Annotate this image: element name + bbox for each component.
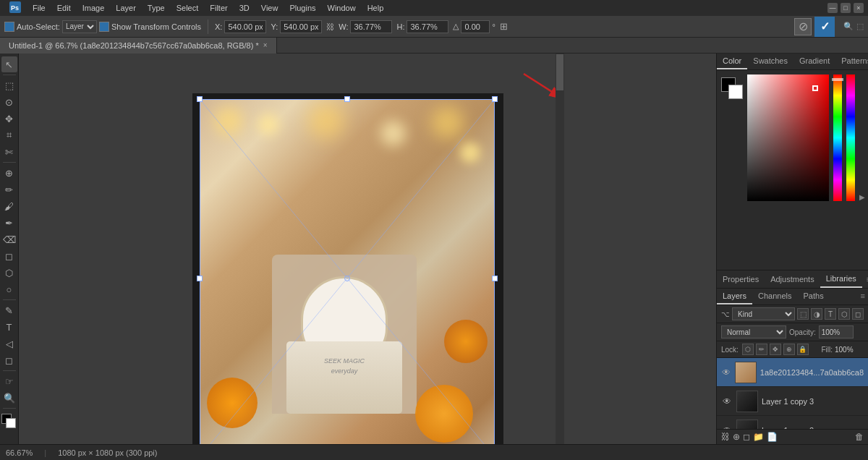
eraser-tool[interactable]: ⌫	[1, 231, 17, 247]
spectrum-bar[interactable]	[846, 74, 855, 201]
scroll-thumb[interactable]	[556, 54, 563, 90]
layers-panel-menu[interactable]: ≡	[858, 289, 868, 304]
lock-position[interactable]: ✥	[770, 344, 781, 355]
layer-item-copy2[interactable]: 👁 Layer 1 copy 2	[717, 416, 868, 429]
layer-item-copy3[interactable]: 👁 Layer 1 copy 3	[717, 387, 868, 416]
lock-artboard[interactable]: ⊕	[783, 344, 795, 355]
menu-file[interactable]: File	[27, 2, 51, 14]
tab-patterns[interactable]: Patterns	[835, 54, 868, 69]
eyedropper-tool[interactable]: ✄	[1, 144, 17, 160]
menu-plugins[interactable]: Plugins	[284, 2, 320, 14]
delete-layer-button[interactable]: 🗑	[855, 432, 864, 442]
history-brush-tool[interactable]: ✒	[1, 215, 17, 231]
filter-shape-icon[interactable]: ⬡	[838, 308, 850, 320]
zoom-tool[interactable]: 🔍	[1, 390, 17, 406]
add-mask-button[interactable]: ◻	[743, 432, 750, 442]
brush-tool[interactable]: ✏	[1, 182, 17, 197]
auto-select-checkbox[interactable]	[4, 22, 14, 32]
menu-help[interactable]: Help	[362, 2, 389, 14]
layer-item-main[interactable]: 👁 1a8e20123484...7a0abb6ca8	[717, 358, 868, 387]
vertical-scrollbar[interactable]	[556, 54, 564, 444]
color-swatches[interactable]	[1, 414, 17, 430]
lock-image-pixels[interactable]: ✏	[756, 344, 767, 355]
angle-input[interactable]	[461, 20, 490, 33]
filter-smart-icon[interactable]: ◻	[852, 308, 864, 320]
background-swatch[interactable]	[728, 85, 743, 99]
layer-visibility-copy3[interactable]: 👁	[721, 396, 733, 406]
search-icon[interactable]: 🔍	[843, 22, 854, 31]
hue-slider[interactable]	[833, 74, 842, 201]
clone-stamp-tool[interactable]: 🖌	[1, 198, 17, 214]
blend-mode-dropdown[interactable]: Normal	[721, 325, 786, 338]
sub-tab-paths[interactable]: Paths	[798, 289, 830, 304]
create-layer-button[interactable]: 📄	[767, 432, 778, 442]
w-input[interactable]	[350, 20, 392, 33]
x-input[interactable]	[224, 20, 266, 33]
lock-transparent-pixels[interactable]: ⬡	[742, 344, 754, 355]
menu-view[interactable]: View	[256, 2, 284, 14]
type-tool[interactable]: T	[1, 319, 17, 335]
menu-type[interactable]: Type	[142, 2, 170, 14]
document-tab[interactable]: Untitled-1 @ 66.7% (1a8e201234844b7c567c…	[0, 38, 277, 54]
menu-window[interactable]: Window	[323, 2, 361, 14]
filter-adjustment-icon[interactable]: ◑	[811, 308, 822, 320]
confirm-transform-button[interactable]: ✓	[814, 17, 835, 37]
create-group-button[interactable]: 📁	[753, 432, 764, 442]
filter-pixel-icon[interactable]: ⬚	[797, 308, 809, 320]
hand-tool[interactable]: ☞	[1, 373, 17, 389]
add-layer-style-button[interactable]: ⊕	[733, 432, 740, 442]
canvas-area[interactable]: SEEK MAGICeveryday	[19, 54, 716, 444]
handle-tl[interactable]	[197, 96, 203, 102]
expand-icon[interactable]: ▶	[859, 74, 864, 201]
handle-ml[interactable]	[197, 276, 203, 281]
tab-gradient[interactable]: Gradient	[793, 54, 835, 69]
layer-visibility-main[interactable]: 👁	[721, 367, 731, 378]
menu-edit[interactable]: Edit	[52, 2, 76, 14]
tab-swatches[interactable]: Swatches	[747, 54, 793, 69]
menu-filter[interactable]: Filter	[205, 2, 232, 14]
background-color[interactable]	[6, 418, 16, 428]
dodge-tool[interactable]: ○	[1, 281, 17, 297]
auto-select-dropdown[interactable]: Layer	[62, 20, 97, 33]
handle-center[interactable]	[344, 276, 350, 281]
kind-dropdown[interactable]: Kind	[732, 307, 795, 320]
panel-menu-button[interactable]: ≡	[862, 272, 868, 286]
shape-tool[interactable]: ◻	[1, 352, 17, 368]
lasso-tool[interactable]: ⊙	[1, 94, 17, 110]
tab-color[interactable]: Color	[717, 54, 747, 69]
opacity-input[interactable]	[819, 325, 854, 338]
selection-tool[interactable]: ⬚	[1, 77, 17, 93]
sub-tab-layers[interactable]: Layers	[717, 289, 752, 304]
cancel-transform-button[interactable]: ⊘	[794, 18, 812, 35]
pen-tool[interactable]: ✎	[1, 302, 17, 318]
tab-close[interactable]: ×	[263, 41, 268, 49]
menu-select[interactable]: Select	[171, 2, 204, 14]
handle-tm[interactable]	[344, 96, 350, 102]
menu-ps[interactable]: Ps	[4, 0, 26, 16]
menu-3d[interactable]: 3D	[234, 2, 255, 14]
y-input[interactable]	[280, 20, 322, 33]
color-picker-dot[interactable]	[812, 85, 818, 91]
filter-type-icon[interactable]: T	[825, 308, 836, 320]
zoom-indicator[interactable]: 66.67%	[6, 448, 33, 457]
maximize-button[interactable]: □	[841, 3, 851, 13]
minimize-button[interactable]: —	[827, 3, 838, 13]
h-input[interactable]	[407, 20, 448, 33]
blur-tool[interactable]: ⬡	[1, 265, 17, 281]
tab-adjustments[interactable]: Adjustments	[765, 271, 820, 287]
object-selection-tool[interactable]: ✥	[1, 111, 17, 127]
handle-tr[interactable]	[492, 96, 498, 102]
close-button[interactable]: ×	[854, 3, 864, 13]
sub-tab-channels[interactable]: Channels	[752, 289, 797, 304]
color-gradient-box[interactable]	[747, 74, 829, 201]
transform-controls-checkbox[interactable]	[99, 22, 109, 32]
healing-brush-tool[interactable]: ⊕	[1, 165, 17, 181]
link-layers-button[interactable]: ⛓	[721, 432, 730, 442]
menu-layer[interactable]: Layer	[111, 2, 141, 14]
tab-libraries[interactable]: Libraries	[820, 271, 862, 288]
tab-properties[interactable]: Properties	[717, 271, 765, 287]
panels-icon[interactable]: ⬚	[856, 22, 864, 31]
crop-tool[interactable]: ⌗	[1, 127, 17, 143]
gradient-tool[interactable]: ◻	[1, 248, 17, 264]
handle-mr[interactable]	[492, 276, 498, 281]
